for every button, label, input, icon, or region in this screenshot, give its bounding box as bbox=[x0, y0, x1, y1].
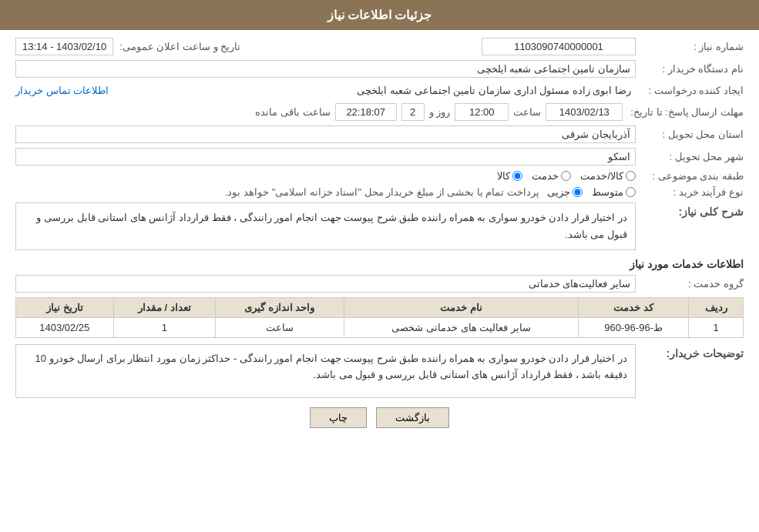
service-group-value: سایر فعالیت‌های خدماتی bbox=[15, 275, 636, 293]
th-quantity: تعداد / مقدار bbox=[113, 298, 215, 318]
remaining-days-value: 2 bbox=[401, 103, 425, 121]
page-header: جزئیات اطلاعات نیاز bbox=[0, 0, 759, 30]
category-option-khedmat: خدمت bbox=[532, 170, 571, 182]
services-table: ردیف کد خدمت نام خدمت واحد اندازه گیری ت… bbox=[15, 297, 744, 338]
action-buttons: بازگشت چاپ bbox=[15, 407, 744, 428]
deadline-row: مهلت ارسال پاسخ: تا تاریخ: 1403/02/13 سا… bbox=[15, 103, 744, 121]
deadline-date-value: 1403/02/13 bbox=[546, 103, 623, 121]
th-service-code: کد خدمت bbox=[579, 298, 689, 318]
process-label-jozei: جزیی bbox=[547, 186, 570, 198]
city-label: شهر محل تحویل : bbox=[636, 151, 744, 162]
contact-link[interactable]: اطلاعات تماس خریدار bbox=[15, 85, 109, 96]
buyer-desc-value: در اختیار قرار دادن خودرو سواری به همراه… bbox=[15, 344, 636, 398]
service-group-row: گروه خدمت : سایر فعالیت‌های خدماتی bbox=[15, 275, 744, 293]
process-radio-jozei[interactable] bbox=[573, 187, 583, 197]
page-container: جزئیات اطلاعات نیاز شماره نیاز : 1103090… bbox=[0, 0, 759, 532]
category-option-kala: کالا bbox=[497, 170, 522, 182]
deadline-time-value: 12:00 bbox=[455, 103, 509, 121]
need-number-value: 1103090740000001 bbox=[482, 38, 636, 55]
city-row: شهر محل تحویل : اسکو bbox=[15, 148, 744, 166]
process-option-motavasset: متوسط bbox=[592, 186, 636, 198]
process-option-jozei: جزیی bbox=[547, 186, 583, 198]
category-label-kala-khedmat: کالا/خدمت bbox=[580, 170, 623, 182]
table-row: 1ط-96-96-960سایر فعالیت های خدماتی شخصیس… bbox=[16, 318, 744, 338]
requester-label: ایجاد کننده درخواست : bbox=[636, 85, 744, 96]
process-radio-group: متوسط جزیی bbox=[547, 186, 636, 198]
buyer-org-value: سازمان تامین اجتماعی شعبه ایلخچی bbox=[15, 60, 636, 78]
need-number-label: شماره نیاز : bbox=[636, 41, 744, 52]
category-row: طبقه بندی موضوعی : کالا/خدمت خدمت کالا bbox=[15, 170, 744, 182]
category-radio-kala-khedmat[interactable] bbox=[626, 171, 636, 181]
services-table-section: ردیف کد خدمت نام خدمت واحد اندازه گیری ت… bbox=[15, 297, 744, 338]
category-label: طبقه بندی موضوعی : bbox=[636, 170, 744, 182]
category-label-khedmat: خدمت bbox=[532, 170, 559, 182]
category-radio-group: کالا/خدمت خدمت کالا bbox=[497, 170, 636, 182]
buyer-org-label: نام دستگاه خریدار : bbox=[636, 63, 744, 75]
table-header-row: ردیف کد خدمت نام خدمت واحد اندازه گیری ت… bbox=[16, 298, 744, 318]
announce-label: تاریخ و ساعت اعلان عمومی: bbox=[119, 41, 240, 52]
deadline-time-label: ساعت bbox=[513, 106, 541, 118]
service-info-title: اطلاعات خدمات مورد نیاز bbox=[15, 258, 744, 270]
announce-datetime-value: 1403/02/10 - 13:14 bbox=[15, 38, 113, 55]
description-value: در اختیار قرار دادن خودرو سواری به همراه… bbox=[15, 202, 636, 250]
remaining-days-label: روز و bbox=[429, 106, 451, 118]
content-area: شماره نیاز : 1103090740000001 تاریخ و سا… bbox=[0, 30, 759, 443]
th-row-num: ردیف bbox=[689, 298, 744, 318]
province-label: استان محل تحویل : bbox=[636, 129, 744, 140]
category-label-kala: کالا bbox=[497, 170, 510, 182]
print-button[interactable]: چاپ bbox=[310, 407, 367, 428]
requester-value: رضا ابوی زاده مسئول اداری سازمان تامین ا… bbox=[109, 82, 636, 99]
province-value: آذربایجان شرقی bbox=[15, 125, 636, 143]
requester-row: ایجاد کننده درخواست : رضا ابوی زاده مسئو… bbox=[15, 82, 744, 99]
header-title: جزئیات اطلاعات نیاز bbox=[327, 8, 432, 22]
remaining-suffix: ساعت باقی مانده bbox=[255, 106, 330, 118]
process-note: پرداخت تمام یا بخشی از مبلغ خریدار محل "… bbox=[225, 186, 539, 198]
category-radio-kala[interactable] bbox=[512, 171, 522, 181]
th-date: تاریخ نیاز bbox=[16, 298, 114, 318]
city-value: اسکو bbox=[15, 148, 636, 166]
process-type-row: نوع فرآیند خرید : متوسط جزیی پرداخت تمام… bbox=[15, 186, 744, 198]
buyer-org-row: نام دستگاه خریدار : سازمان تامین اجتماعی… bbox=[15, 60, 744, 78]
category-radio-khedmat[interactable] bbox=[561, 171, 571, 181]
process-radio-motavasset[interactable] bbox=[626, 187, 636, 197]
back-button[interactable]: بازگشت bbox=[376, 407, 449, 428]
process-type-label: نوع فرآیند خرید : bbox=[636, 186, 744, 198]
deadline-label: مهلت ارسال پاسخ: تا تاریخ: bbox=[623, 106, 744, 118]
description-label: شرح کلی نیاز: bbox=[636, 202, 744, 218]
process-label-motavasset: متوسط bbox=[592, 186, 623, 198]
buyer-desc-label: توضیحات خریدار: bbox=[636, 344, 744, 360]
service-group-label: گروه خدمت : bbox=[636, 278, 744, 289]
need-number-row: شماره نیاز : 1103090740000001 تاریخ و سا… bbox=[15, 38, 744, 55]
province-row: استان محل تحویل : آذربایجان شرقی bbox=[15, 125, 744, 143]
description-row: شرح کلی نیاز: در اختیار قرار دادن خودرو … bbox=[15, 202, 744, 250]
th-unit: واحد اندازه گیری bbox=[215, 298, 344, 318]
th-service-name: نام خدمت bbox=[344, 298, 578, 318]
buyer-desc-row: توضیحات خریدار: در اختیار قرار دادن خودر… bbox=[15, 344, 744, 398]
remaining-time-value: 22:18:07 bbox=[335, 103, 397, 121]
category-option-kala-khedmat: کالا/خدمت bbox=[580, 170, 636, 182]
